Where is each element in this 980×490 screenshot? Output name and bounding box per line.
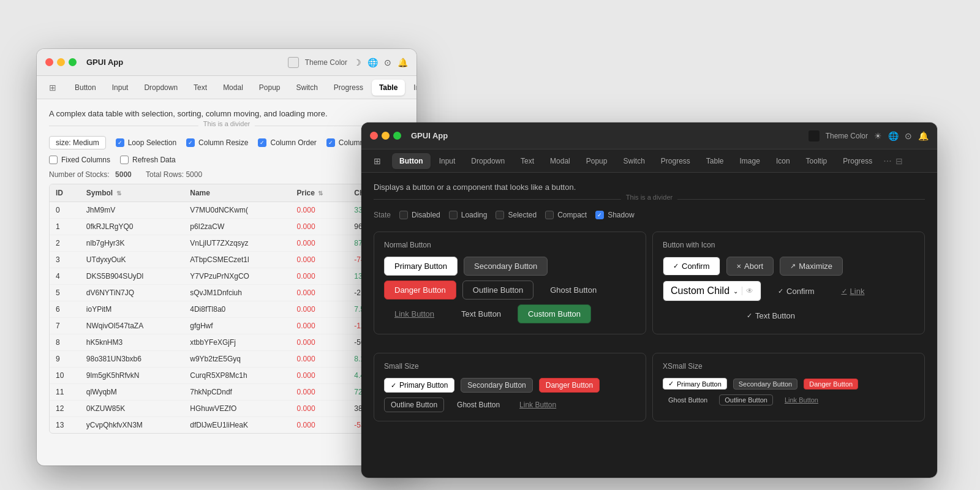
primary-button[interactable]: Primary Button [384,257,458,276]
link-icon-button[interactable]: ✓ Link [831,282,875,301]
tab-progress-dark[interactable]: Progress [654,153,698,169]
tab-input-light[interactable]: Input [105,80,136,96]
sun-icon[interactable]: ☀ [874,131,882,141]
column-checkbox[interactable]: ✓ [326,138,335,147]
column-resize-checkbox[interactable]: ✓ [186,138,195,147]
small-ghost-button[interactable]: Ghost Button [450,398,507,412]
light-description: A complex data table with selection, sor… [49,109,404,118]
tab-image-light[interactable]: Image [406,80,417,96]
table-row[interactable]: 3UTdyxyOuKATbpCSMECzet1l0.000-74.604 [50,252,404,268]
minimize-button-dark[interactable] [382,132,390,140]
table-row[interactable]: 4DKS5B904SUyDlY7VPzuPrNXgCO0.00013.073 [50,268,404,285]
tab-dropdown-light[interactable]: Dropdown [137,80,185,96]
loading-checkbox[interactable] [449,211,458,219]
bell-icon-light[interactable]: 🔔 [398,58,408,67]
custom-child-button[interactable]: Custom Child ⌄ 👁 [663,281,761,301]
minimize-button-light[interactable] [57,58,65,66]
table-row[interactable]: 109lm5gK5hRfvkNCurqR5XP8Mc1h0.0004.417 [50,368,404,384]
compact-checkbox[interactable] [545,211,554,219]
tab-tooltip-dark[interactable]: Tooltip [799,153,835,169]
theme-color-swatch-dark[interactable] [809,130,820,141]
small-link-button[interactable]: Link Button [513,398,563,412]
small-danger-button[interactable]: Danger Button [539,378,600,393]
small-secondary-button[interactable]: Secondary Button [461,378,532,393]
table-row[interactable]: 0JhM9mVV7MU0dNCKwm(0.00033.350 [50,202,404,219]
tab-image-dark[interactable]: Image [733,153,767,169]
maximize-button[interactable]: ↗ Maximize [780,257,843,276]
outline-button[interactable]: Outline Button [462,281,533,300]
table-row[interactable]: 13yCvpQhkfvXN3MdfDlJwEU1liHeaK0.000-53.2… [50,417,404,434]
selected-checkbox[interactable] [496,211,504,219]
tab-button-light[interactable]: Button [67,80,104,96]
shadow-checkbox[interactable]: ✓ [595,211,604,219]
table-row[interactable]: 2nlb7gHyr3KVnLjlUT7ZXzqsyz0.00087.088 [50,235,404,252]
text-icon-button[interactable]: ✓ Text Button [736,306,805,325]
tab-input-dark[interactable]: Input [432,153,463,169]
table-row[interactable]: 7NWqivOI547taZAgfgHwf0.000-12.163 [50,318,404,334]
xsmall-primary-button[interactable]: ✓ Primary Button [663,378,727,390]
tab-modal-light[interactable]: Modal [216,80,251,96]
bell-icon-dark[interactable]: 🔔 [918,131,929,141]
tab-modal-dark[interactable]: Modal [543,153,578,169]
moon-icon[interactable]: ☽ [353,58,361,67]
confirm-text-button[interactable]: ✓ Confirm [767,282,825,301]
tab-sidebar-light[interactable]: ⊞ [42,79,64,96]
link-button[interactable]: Link Button [384,304,445,323]
github-icon-dark[interactable]: ⊙ [905,131,912,141]
table-row[interactable]: 5dV6NYTiN7JQsQvJM1Dnfciuh0.000-2.571 [50,285,404,301]
loop-selection-checkbox[interactable]: ✓ [116,138,124,147]
disabled-checkbox[interactable] [399,211,408,219]
xsmall-secondary-button[interactable]: Secondary Button [733,379,797,390]
globe-icon-light[interactable]: 🌐 [368,58,378,67]
table-row[interactable]: 120KZUW85KHGhuwVEZfO0.00038.218 [50,401,404,417]
custom-button[interactable]: Custom Button [518,304,591,323]
close-button-dark[interactable] [370,132,378,140]
secondary-button[interactable]: Secondary Button [464,257,548,276]
tab-progress2-dark[interactable]: Progress [835,153,880,169]
theme-color-swatch-light[interactable] [288,57,299,68]
refresh-data-checkbox[interactable] [120,156,129,164]
tab-icon-dark[interactable]: Icon [769,153,797,169]
tab-text-light[interactable]: Text [186,80,214,96]
text-button[interactable]: Text Button [451,304,511,323]
maximize-button-light[interactable] [69,58,77,66]
tab-collapse-dark[interactable]: ⊟ [895,156,903,166]
th-price[interactable]: Price ⇅ [291,184,349,202]
th-id[interactable]: ID [50,184,80,202]
danger-button[interactable]: Danger Button [384,281,456,300]
tab-table-dark[interactable]: Table [699,153,731,169]
abort-button[interactable]: × Abort [726,257,774,276]
ghost-button[interactable]: Ghost Button [540,281,607,300]
table-row[interactable]: 6ioYPitM4Di8fTl8a00.0007.558 [50,301,404,318]
xsmall-outline-button[interactable]: Outline Button [719,394,773,405]
fixed-columns-checkbox[interactable] [49,156,58,164]
table-row[interactable]: 10fkRJLRgYQ0p6I2zaCW0.00096.932 [50,219,404,235]
xsmall-ghost-button[interactable]: Ghost Button [663,394,713,405]
confirm-button[interactable]: ✓ Confirm [663,257,720,276]
tab-switch-dark[interactable]: Switch [616,153,652,169]
tab-table-light[interactable]: Table [372,80,405,96]
tab-text-dark[interactable]: Text [513,153,541,169]
small-primary-button[interactable]: ✓ Primary Button [384,378,454,393]
table-row[interactable]: 998o381UN3bxb6w9Yb2tzE5Gyq0.0008.111 [50,351,404,368]
tab-popup-dark[interactable]: Popup [579,153,615,169]
small-outline-button[interactable]: Outline Button [384,398,444,412]
maximize-button-dark[interactable] [393,132,401,140]
tab-popup-light[interactable]: Popup [252,80,288,96]
xsmall-danger-button[interactable]: Danger Button [804,379,858,390]
xsmall-link-button[interactable]: Link Button [779,394,824,405]
github-icon-light[interactable]: ⊙ [384,58,391,67]
tab-progress-light[interactable]: Progress [326,80,371,96]
tab-sidebar-dark[interactable]: ⊞ [366,153,388,170]
tab-switch-light[interactable]: Switch [289,80,325,96]
tab-more-dark[interactable]: ··· [883,156,891,167]
th-name[interactable]: Name [184,184,290,202]
globe-icon-dark[interactable]: 🌐 [888,131,899,141]
tab-dropdown-dark[interactable]: Dropdown [464,153,512,169]
table-row[interactable]: 11qlWyqbM7hkNpCDndf0.00072.511 [50,384,404,401]
table-row[interactable]: 8hK5knHM3xtbbYFeXGjFj0.000-56.670 [50,334,404,351]
tab-button-dark[interactable]: Button [392,153,431,169]
th-symbol[interactable]: Symbol ⇅ [80,184,184,202]
column-order-checkbox[interactable]: ✓ [258,138,266,147]
close-button-light[interactable] [45,58,53,66]
